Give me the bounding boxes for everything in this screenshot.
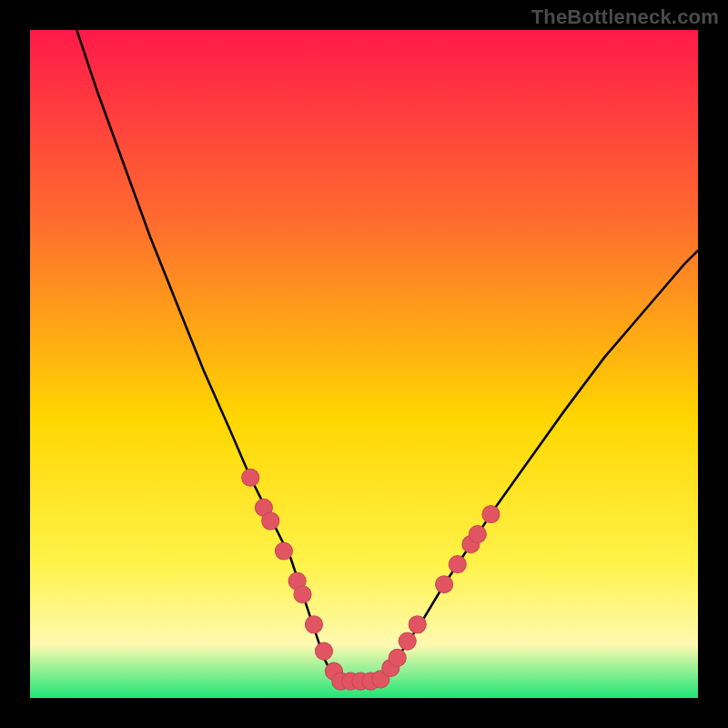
chart-svg xyxy=(30,30,698,698)
data-marker xyxy=(305,616,322,633)
gradient-background xyxy=(30,30,698,698)
data-marker xyxy=(469,526,486,543)
data-marker xyxy=(242,469,259,486)
data-marker xyxy=(436,576,453,593)
data-marker xyxy=(315,642,332,660)
data-marker xyxy=(294,586,311,603)
data-marker xyxy=(262,512,279,530)
chart-frame: TheBottleneck.com xyxy=(0,0,728,728)
data-marker xyxy=(275,542,292,560)
data-marker xyxy=(449,556,466,573)
data-marker xyxy=(399,632,416,650)
watermark-text: TheBottleneck.com xyxy=(531,5,719,29)
data-marker xyxy=(482,506,500,523)
plot-area xyxy=(30,30,698,698)
data-marker xyxy=(409,616,426,633)
data-marker xyxy=(389,649,406,666)
